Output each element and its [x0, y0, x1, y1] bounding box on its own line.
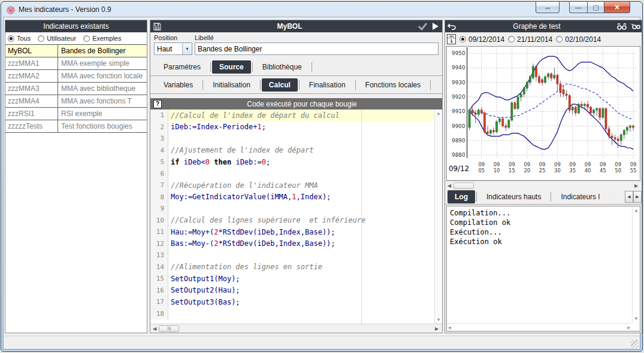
editor-fields: Position Libellé Haut ▼ — [150, 32, 442, 58]
libelle-input[interactable] — [195, 42, 439, 55]
log-vscrollbar[interactable]: ▲▼ — [632, 206, 640, 322]
code-token: SetOutput2(Hau); — [171, 286, 240, 294]
subtab-variables[interactable]: Variables — [155, 78, 201, 92]
date-option-02-10-2014[interactable]: 02/10/2014 — [556, 35, 601, 44]
binoculars-icon[interactable] — [628, 23, 642, 30]
code-line: 5if iDeb<0 then iDeb:=0; — [150, 156, 442, 168]
filter-option-tous[interactable]: Tous — [8, 35, 31, 42]
svg-text:55: 55 — [630, 168, 637, 174]
scroll-up-icon[interactable]: ▲ — [635, 208, 638, 213]
code-line: 18 — [150, 308, 442, 320]
minimize-button[interactable]: — — [569, 2, 587, 13]
tab-separator — [202, 80, 203, 90]
filter-option-utilisateur[interactable]: Utilisateur — [38, 35, 76, 42]
code-line: 17SetOutput3(Bas); — [150, 296, 442, 308]
scroll-down-icon[interactable]: ▼ — [635, 316, 638, 321]
run-play-icon[interactable] — [429, 23, 442, 30]
svg-text:09: 09 — [615, 162, 621, 168]
svg-text:30: 30 — [554, 168, 561, 174]
code-token: 2 — [214, 228, 218, 236]
filter-label: Utilisateur — [47, 35, 76, 42]
code-token: //Calcul de l'index de départ du calcul — [171, 111, 340, 120]
subtab-initialisation[interactable]: Initialisation — [204, 78, 259, 92]
code-text: iDeb:=Index-Periode+1; — [168, 121, 442, 133]
check-compile-icon[interactable] — [416, 22, 429, 31]
table-row[interactable]: zzzzzTestsTest fonctions bougies — [5, 120, 147, 133]
table-row[interactable]: zzzMMA4MMA avec fonctions T — [5, 95, 147, 108]
tab-scroll-right-button[interactable]: ▶ — [633, 191, 642, 203]
svg-text:9900: 9900 — [452, 123, 465, 129]
tab-biblioth-que[interactable]: Bibliothèque — [254, 60, 310, 74]
code-text: //Récupération de l'indicateur MMA — [168, 179, 442, 191]
chart-hscrollbar[interactable]: ◀ ▶ — [445, 181, 642, 190]
scroll-down-icon[interactable]: ▼ — [436, 317, 441, 322]
code-text: SetOutput3(Bas); — [168, 296, 442, 308]
log-hscrollbar[interactable]: ◀▶ — [447, 323, 631, 331]
code-editor[interactable]: 1//Calcul de l'index de départ du calcul… — [150, 109, 442, 324]
undo-icon[interactable] — [445, 23, 458, 30]
date-label: 09/12/2014 — [468, 35, 504, 44]
indicator-name-cell: zzzMMA1 — [5, 57, 58, 69]
logtab-log[interactable]: Log — [448, 190, 475, 203]
scroll-up-icon[interactable]: ▲ — [436, 111, 441, 116]
indicator-label-cell: MMA avec fonctions T — [58, 95, 147, 107]
line-number: 14 — [150, 261, 168, 273]
radio-icon — [8, 35, 14, 42]
subtab-calcul[interactable]: Calcul — [262, 78, 298, 92]
scroll-right-icon[interactable]: ▶ — [433, 326, 441, 331]
chevron-down-icon[interactable]: ▼ — [182, 43, 192, 54]
editor-vscrollbar[interactable]: ▲▼ — [434, 109, 442, 324]
scroll-right-icon[interactable]: ▶ — [632, 183, 640, 188]
scroll-left-icon[interactable]: ◀ — [445, 183, 453, 188]
help-icon[interactable]: ? — [153, 100, 162, 108]
resize-grip[interactable] — [631, 340, 639, 348]
subtab-finalisation[interactable]: Finalisation — [301, 78, 354, 92]
window-controls: — ▢ ✕ — [569, 2, 630, 13]
swap-window-button[interactable]: ⇔ — [536, 2, 560, 13]
date-option-09-12-2014[interactable]: 09/12/2014 — [459, 35, 504, 44]
scroll-left-icon[interactable]: ◀ — [150, 326, 159, 331]
logtab-indicateurs-l[interactable]: Indicateurs l — [552, 190, 608, 203]
app-pig-icon — [6, 5, 16, 14]
line-number: 1 — [150, 109, 168, 121]
tab-scroll-left-button[interactable]: ◀ — [625, 191, 633, 203]
date-option-21-11-2014[interactable]: 21/11/2014 — [508, 35, 552, 44]
maximize-button[interactable]: ▢ — [587, 2, 604, 13]
logtab-indicateurs-hauts[interactable]: Indicateurs hauts — [478, 190, 549, 203]
line-number: 7 — [150, 179, 168, 191]
code-section-header: ? Code exécuté pour chaque bougie — [150, 98, 442, 109]
scroll-left-icon[interactable]: ◀ — [448, 325, 451, 330]
code-text — [168, 133, 442, 145]
tab-param-tres[interactable]: Paramétres — [155, 60, 209, 74]
subtab-fonctions-locales[interactable]: Fonctions locales — [357, 78, 430, 92]
chart-hscroll-thumb[interactable] — [453, 182, 474, 189]
source-subtabs: VariablesInitialisationCalculFinalisatio… — [150, 76, 442, 94]
tab-source[interactable]: Source — [212, 60, 251, 74]
code-token: then — [210, 158, 235, 166]
hscroll-thumb[interactable] — [159, 325, 179, 332]
line-number: 3 — [150, 133, 168, 145]
glasses-icon[interactable] — [615, 23, 628, 31]
close-button[interactable]: ✕ — [604, 2, 630, 13]
position-select[interactable]: Haut ▼ — [154, 42, 192, 55]
calendar-icon[interactable]: JAN1 — [447, 34, 456, 44]
table-row[interactable]: zzzRSI1RSI exemple — [5, 108, 147, 120]
indicators-panel-header: Indicateurs existants — [5, 20, 147, 32]
code-token: 0 — [205, 158, 210, 166]
table-row[interactable]: zzzMMA3MMA avec bibliotheque — [5, 83, 147, 95]
filter-option-exemples[interactable]: Exemples — [83, 35, 121, 42]
tab-separator — [210, 62, 211, 72]
indicator-label-cell: RSI exemple — [58, 108, 147, 120]
table-row[interactable]: MyBOLBandes de Bollinger — [5, 45, 147, 57]
graph-panel-header: Graphe de test — [445, 20, 642, 32]
table-row[interactable]: zzzMMA2MMA avec fonction locale — [5, 70, 147, 83]
tab-separator — [551, 192, 551, 202]
indicator-name-cell: MyBOL — [5, 45, 58, 57]
editor-hscrollbar[interactable]: ◀ ▶ — [150, 324, 442, 333]
code-token: SetOutput1(Moy); — [171, 275, 240, 283]
table-row[interactable]: zzzMMA1MMA exemple simple — [5, 57, 147, 70]
line-number: 5 — [150, 156, 168, 168]
scroll-right-icon[interactable]: ▶ — [627, 325, 630, 330]
save-icon[interactable] — [150, 23, 164, 31]
svg-text:50: 50 — [615, 168, 621, 174]
